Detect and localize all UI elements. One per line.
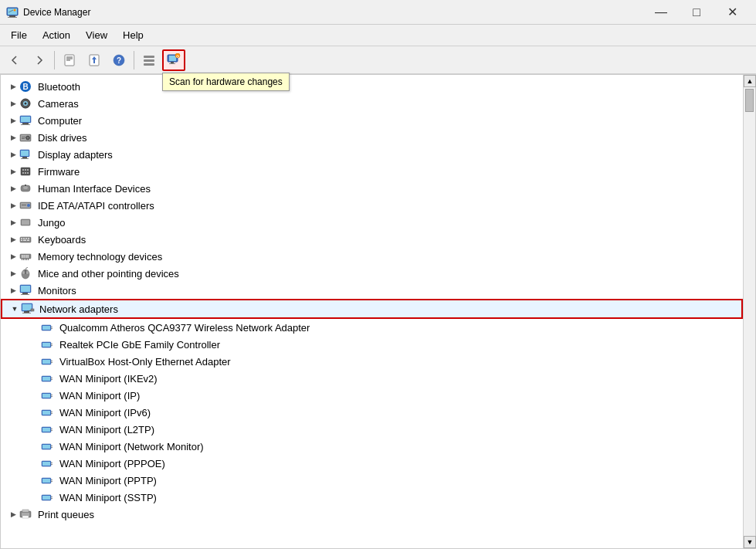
tree-item-print-queues[interactable]: ▶ Print queues — [1, 506, 743, 523]
tree-item-firmware[interactable]: ▶ Firmware — [1, 163, 743, 180]
list-item[interactable]: Realtek PCIe GbE Family Controller — [1, 336, 743, 353]
scroll-thumb[interactable] — [745, 89, 754, 112]
adapter-icon — [41, 405, 56, 420]
svg-rect-75 — [28, 259, 29, 260]
list-item[interactable]: WAN Miniport (PPPOE) — [1, 455, 743, 472]
adapter-icon — [41, 371, 56, 386]
expand-network[interactable]: ▼ — [8, 303, 21, 315]
svg-rect-62 — [28, 238, 29, 239]
tree-item-computer[interactable]: ▶ Computer — [1, 112, 743, 129]
svg-rect-96 — [42, 343, 50, 347]
mice-icon — [19, 266, 35, 281]
expand-display[interactable]: ▶ — [7, 148, 19, 161]
list-item[interactable]: VirtualBox Host-Only Ethernet Adapter — [1, 353, 743, 370]
svg-rect-69 — [25, 255, 27, 258]
properties-button[interactable] — [58, 49, 81, 71]
svg-rect-112 — [42, 411, 50, 415]
view-toggle-button[interactable] — [137, 49, 161, 71]
svg-rect-14 — [144, 56, 154, 58]
svg-rect-116 — [42, 428, 50, 432]
adapter-icon — [41, 337, 56, 352]
back-button[interactable] — [3, 49, 26, 71]
ide-icon — [19, 198, 35, 213]
title-bar: Device Manager — □ ✕ — [0, 0, 756, 25]
scrollbar[interactable]: ▲ ▼ — [743, 75, 755, 548]
svg-text:B: B — [22, 83, 28, 91]
expand-computer[interactable]: ▶ — [7, 114, 19, 127]
menu-view[interactable]: View — [78, 26, 115, 44]
list-item[interactable]: WAN Miniport (Network Monitor) — [1, 438, 743, 455]
firmware-label: Firmware — [38, 166, 80, 178]
cameras-label: Cameras — [38, 98, 79, 110]
tree-item-monitors[interactable]: ▶ Monitors — [1, 282, 743, 299]
expand-monitors[interactable]: ▶ — [7, 284, 19, 297]
help-button[interactable]: ? — [107, 49, 131, 71]
tree-item-hid[interactable]: ▶ Human Interface Devices — [1, 180, 743, 197]
tree-item-memory[interactable]: ▶ Memory technology devices — [1, 248, 743, 265]
list-item[interactable]: WAN Miniport (L2TP) — [1, 421, 743, 438]
scan-hardware-button[interactable]: ⟳ — [162, 49, 185, 71]
svg-rect-114 — [51, 413, 53, 414]
svg-rect-117 — [51, 429, 53, 429]
svg-rect-130 — [51, 481, 53, 482]
list-item[interactable]: WAN Miniport (SSTP) — [1, 489, 743, 506]
wan-pppoe-label: WAN Miniport (PPPOE) — [59, 458, 165, 469]
expand-mice[interactable]: ▶ — [7, 267, 19, 280]
list-item[interactable]: WAN Miniport (IP) — [1, 387, 743, 404]
tree-item-keyboards[interactable]: ▶ Keyboards — [1, 231, 743, 248]
svg-rect-113 — [51, 412, 53, 412]
list-item[interactable]: WAN Miniport (PPTP) — [1, 472, 743, 489]
adapter-icon — [41, 422, 56, 437]
update-driver-button[interactable] — [83, 49, 106, 71]
tree-item-disk-drives[interactable]: ▶ Disk drives — [1, 129, 743, 146]
tree-item-network-adapters[interactable]: ▼ Network adapters — [1, 299, 743, 319]
scroll-up[interactable]: ▲ — [744, 75, 756, 87]
expand-firmware[interactable]: ▶ — [7, 165, 19, 178]
wan-netmon-label: WAN Miniport (Network Monitor) — [59, 441, 204, 452]
window-controls[interactable]: — □ ✕ — [643, 0, 750, 25]
svg-rect-78 — [22, 271, 25, 274]
tree-item-bluetooth[interactable]: ▶ B Bluetooth — [1, 78, 743, 95]
print-queues-label: Print queues — [38, 509, 94, 520]
expand-virtualbox — [29, 355, 41, 368]
minimize-button[interactable]: — — [643, 0, 679, 25]
menu-help[interactable]: Help — [115, 26, 151, 44]
svg-rect-121 — [51, 446, 53, 446]
forward-button[interactable] — [28, 49, 51, 71]
svg-rect-89 — [31, 309, 34, 311]
svg-rect-129 — [51, 480, 53, 480]
list-item[interactable]: WAN Miniport (IPv6) — [1, 404, 743, 421]
tree-item-mice[interactable]: ▶ Mice and other pointing devices — [1, 265, 743, 282]
expand-ide[interactable]: ▶ — [7, 199, 19, 212]
list-item[interactable]: Qualcomm Atheros QCA9377 Wireless Networ… — [1, 319, 743, 336]
list-item[interactable]: WAN Miniport (IKEv2) — [1, 370, 743, 387]
menu-action[interactable]: Action — [35, 26, 78, 44]
svg-rect-42 — [21, 168, 30, 175]
expand-keyboards[interactable]: ▶ — [7, 233, 19, 246]
menu-file[interactable]: File — [3, 26, 35, 44]
tree-item-ide[interactable]: ▶ IDE ATA/ATAPI controllers — [1, 197, 743, 214]
cameras-icon — [19, 96, 35, 111]
expand-print[interactable]: ▶ — [7, 508, 19, 520]
scroll-down[interactable]: ▼ — [744, 536, 756, 548]
expand-hid[interactable]: ▶ — [7, 182, 19, 195]
tree-item-jungo[interactable]: ▶ Jungo — [1, 214, 743, 231]
svg-rect-102 — [51, 362, 53, 363]
svg-rect-47 — [25, 172, 26, 174]
tree-item-display[interactable]: ▶ Display adapters — [1, 146, 743, 163]
expand-jungo[interactable]: ▶ — [7, 216, 19, 229]
svg-rect-15 — [144, 59, 154, 62]
expand-memory[interactable]: ▶ — [7, 250, 19, 263]
svg-rect-88 — [22, 313, 31, 313]
expand-bluetooth[interactable]: ▶ — [7, 80, 19, 93]
tree-item-cameras[interactable]: ▶ Cameras — [1, 95, 743, 112]
device-tree[interactable]: ▶ B Bluetooth ▶ Cameras ▶ — [1, 75, 743, 548]
expand-disk-drives[interactable]: ▶ — [7, 131, 19, 144]
close-button[interactable]: ✕ — [714, 0, 750, 25]
svg-rect-86 — [22, 304, 32, 310]
maximize-button[interactable]: □ — [679, 0, 714, 25]
scroll-track[interactable] — [744, 87, 755, 536]
display-icon — [19, 147, 35, 162]
expand-cameras[interactable]: ▶ — [7, 97, 19, 110]
svg-rect-36 — [22, 137, 25, 137]
